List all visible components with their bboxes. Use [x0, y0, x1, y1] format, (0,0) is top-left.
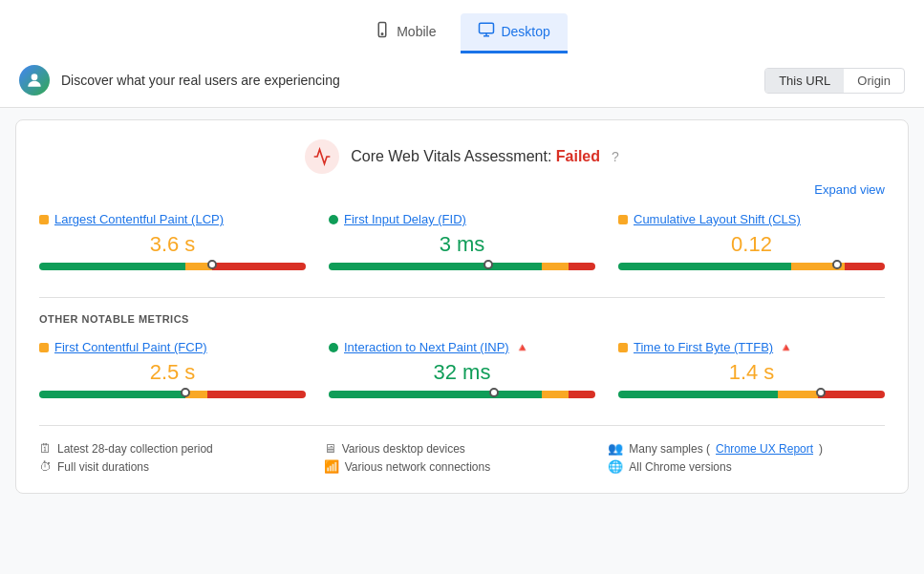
footer-collection-period: 🗓 Latest 28-day collection period [39, 441, 316, 456]
footer-network: 📶 Various network connections [324, 459, 601, 474]
cls-link[interactable]: Cumulative Layout Shift (CLS) [634, 212, 801, 226]
fcp-dot [39, 343, 49, 352]
inp-link[interactable]: Interaction to Next Paint (INP) [344, 340, 509, 354]
close-paren: ) [819, 442, 823, 456]
network-icon: 📶 [324, 459, 339, 474]
chrome-versions-text: All Chrome versions [629, 460, 731, 474]
footer-chrome-versions: 🌐 All Chrome versions [608, 459, 885, 474]
ttfb-bar-container [618, 391, 885, 398]
lcp-value: 3.6 s [39, 232, 306, 257]
footer-visit-duration: ⏱ Full visit durations [39, 459, 316, 474]
main-card: Core Web Vitals Assessment: Failed ? Exp… [15, 119, 909, 494]
samples-text: Many samples ( [629, 442, 710, 456]
inp-label-row: Interaction to Next Paint (INP) 🔺 [329, 340, 595, 354]
section-divider [39, 297, 885, 298]
tab-desktop[interactable]: Desktop [461, 13, 567, 53]
fid-value: 3 ms [329, 232, 595, 257]
lcp-label-row: Largest Contentful Paint (LCP) [39, 212, 306, 226]
svg-rect-2 [480, 23, 494, 33]
help-icon[interactable]: ? [612, 149, 619, 164]
desktop-devices-icon: 🖥 [324, 441, 336, 456]
chrome-ux-link[interactable]: Chrome UX Report [716, 442, 813, 456]
metric-ttfb: Time to First Byte (TTFB) 🔺 1.4 s [618, 340, 885, 402]
fid-label-row: First Input Delay (FID) [329, 212, 595, 226]
lcp-link[interactable]: Largest Contentful Paint (LCP) [54, 212, 224, 226]
footer-info: 🗓 Latest 28-day collection period ⏱ Full… [39, 425, 885, 474]
footer-col3: 👥 Many samples ( Chrome UX Report ) 🌐 Al… [608, 441, 885, 474]
inp-bar-container [329, 391, 595, 398]
tab-mobile[interactable]: Mobile [356, 13, 453, 53]
fid-dot [329, 215, 338, 224]
svg-point-1 [381, 33, 383, 35]
cls-value: 0.12 [618, 232, 885, 257]
inp-dot [329, 343, 338, 352]
network-text: Various network connections [345, 460, 491, 474]
header-title: Discover what your real users are experi… [61, 73, 340, 88]
vitals-header: Core Web Vitals Assessment: Failed ? [39, 139, 885, 174]
vitals-title: Core Web Vitals Assessment: Failed [351, 148, 600, 165]
metric-fid: First Input Delay (FID) 3 ms [329, 212, 595, 274]
header-bar: Discover what your real users are experi… [0, 53, 924, 108]
cls-label-row: Cumulative Layout Shift (CLS) [618, 212, 885, 226]
collection-period-text: Latest 28-day collection period [57, 442, 213, 456]
expand-link[interactable]: Expand view [814, 182, 885, 197]
other-metrics-grid: First Contentful Paint (FCP) 2.5 s Inter… [39, 340, 885, 402]
core-metrics-grid: Largest Contentful Paint (LCP) 3.6 s Fir… [39, 212, 885, 274]
svg-point-3 [32, 74, 38, 80]
tab-bar: Mobile Desktop [0, 0, 924, 53]
calendar-icon: 🗓 [39, 441, 52, 456]
fid-link[interactable]: First Input Delay (FID) [344, 212, 466, 226]
footer-samples: 👥 Many samples ( Chrome UX Report ) [608, 441, 885, 456]
vitals-status: Failed [556, 148, 600, 164]
users-icon: 👥 [608, 441, 623, 456]
ttfb-value: 1.4 s [618, 360, 885, 385]
origin-button[interactable]: Origin [844, 69, 904, 93]
fid-bar-container [329, 263, 595, 270]
lcp-dot [39, 215, 49, 224]
vitals-icon [305, 139, 339, 174]
metric-lcp: Largest Contentful Paint (LCP) 3.6 s [39, 212, 306, 274]
tab-mobile-label: Mobile [397, 24, 436, 39]
ttfb-link[interactable]: Time to First Byte (TTFB) [634, 340, 773, 354]
other-metrics-title: OTHER NOTABLE METRICS [39, 313, 885, 325]
timer-icon: ⏱ [39, 459, 52, 474]
fcp-label-row: First Contentful Paint (FCP) [39, 340, 306, 354]
avatar [19, 65, 50, 96]
header-left: Discover what your real users are experi… [19, 65, 340, 96]
metric-fcp: First Contentful Paint (FCP) 2.5 s [39, 340, 306, 402]
footer-col2: 🖥 Various desktop devices 📶 Various netw… [324, 441, 601, 474]
mobile-icon [374, 21, 391, 41]
inp-experimental-icon: 🔺 [515, 341, 529, 354]
expand-view: Expand view [39, 181, 885, 197]
fcp-bar-container [39, 391, 306, 398]
fcp-value: 2.5 s [39, 360, 306, 385]
cls-bar-container [618, 263, 885, 270]
footer-col1: 🗓 Latest 28-day collection period ⏱ Full… [39, 441, 316, 474]
visit-duration-text: Full visit durations [57, 460, 149, 474]
inp-value: 32 ms [329, 360, 595, 385]
metric-cls: Cumulative Layout Shift (CLS) 0.12 [618, 212, 885, 274]
lcp-bar-container [39, 263, 306, 270]
desktop-icon [478, 21, 495, 41]
this-url-button[interactable]: This URL [765, 69, 844, 93]
ttfb-dot [618, 343, 628, 352]
tab-desktop-label: Desktop [501, 24, 549, 39]
footer-devices: 🖥 Various desktop devices [324, 441, 601, 456]
page-wrapper: Mobile Desktop Discover what your real u… [0, 0, 924, 494]
fcp-link[interactable]: First Contentful Paint (FCP) [54, 340, 207, 354]
cls-dot [618, 215, 628, 224]
metric-inp: Interaction to Next Paint (INP) 🔺 32 ms [329, 340, 595, 402]
ttfb-experimental-icon: 🔺 [779, 341, 793, 354]
devices-text: Various desktop devices [342, 442, 465, 456]
chrome-icon: 🌐 [608, 459, 623, 474]
ttfb-label-row: Time to First Byte (TTFB) 🔺 [618, 340, 885, 354]
url-toggle: This URL Origin [764, 68, 905, 94]
